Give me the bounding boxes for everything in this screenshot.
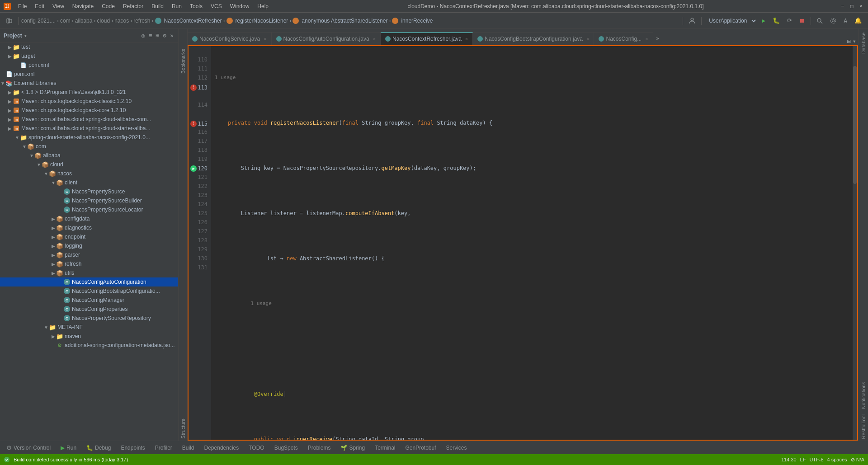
sidebar-expand-icon[interactable]: ⊞: [155, 31, 160, 40]
notifications-label[interactable]: Notifications: [860, 380, 867, 411]
tab-close-nacos-context-refresher[interactable]: ×: [465, 36, 468, 42]
tab-close-nacos-config-auto[interactable]: ×: [373, 36, 376, 42]
menu-run[interactable]: Run: [168, 2, 185, 10]
sidebar-dropdown-icon[interactable]: ▾: [24, 33, 27, 39]
tree-item-refresh[interactable]: ▶ 📦 refresh: [0, 259, 178, 268]
tree-item-utils[interactable]: ▶ 📦 utils: [0, 268, 178, 277]
minimize-button[interactable]: −: [839, 3, 846, 10]
bottom-tab-problems[interactable]: Problems: [303, 444, 335, 452]
bc-method3[interactable]: innerReceive: [401, 18, 433, 24]
bc-class[interactable]: NacosContextRefresher: [164, 18, 222, 24]
tree-item-pom-inner[interactable]: 📄 pom.xml: [0, 61, 178, 70]
structure-label[interactable]: Structure: [179, 417, 187, 441]
debug-button[interactable]: 🐛: [770, 16, 783, 25]
bc-nacos[interactable]: nacos: [114, 18, 129, 24]
tree-item-nacos-prop-src-loc[interactable]: C NacosPropertySourceLocator: [0, 205, 178, 214]
bc-refresh[interactable]: refresh: [133, 18, 150, 24]
status-position[interactable]: 114:30: [781, 457, 797, 463]
search-everywhere-button[interactable]: [814, 17, 826, 25]
bc-com[interactable]: com: [60, 18, 71, 24]
menu-file[interactable]: File: [14, 2, 30, 10]
run-config-selector[interactable]: UserApplication: [704, 16, 757, 25]
tab-nacos-context-refresher[interactable]: NacosContextRefresher.java ×: [381, 32, 473, 45]
menu-code[interactable]: Code: [98, 2, 118, 10]
tree-item-jdk[interactable]: ▶ 📁 < 1.8 > D:\Program Files\Java\jdk1.8…: [0, 88, 178, 97]
tree-item-nacos-config-props[interactable]: C NacosConfigProperties: [0, 305, 178, 314]
tree-item-logging[interactable]: ▶ 📦 logging: [0, 241, 178, 250]
bottom-tab-profiler[interactable]: Profiler: [151, 444, 177, 452]
tree-item-nacos-config-bootstrap[interactable]: C NacosConfigBootstrapConfiguratio...: [0, 287, 178, 296]
stop-button[interactable]: ⏹: [797, 16, 808, 25]
restfultool-label[interactable]: RestfulTool: [860, 413, 867, 441]
tree-item-com[interactable]: ▼ 📦 com: [0, 142, 178, 151]
bc-cloud[interactable]: cloud: [97, 18, 110, 24]
menu-tools[interactable]: Tools: [186, 2, 206, 10]
tree-item-alibaba-comm[interactable]: ▶ m Maven: com.alibaba.cloud:spring-clou…: [0, 115, 178, 124]
tree-item-nacos-config-manager[interactable]: C NacosConfigManager: [0, 296, 178, 305]
tab-nacos-config-overflow[interactable]: NacosConfig... ×: [594, 32, 653, 45]
sidebar-gear-icon[interactable]: ⚙: [162, 31, 167, 40]
bottom-tab-endpoints[interactable]: Endpoints: [116, 444, 149, 452]
translate-icon[interactable]: A: [841, 16, 850, 25]
tree-item-pom-root[interactable]: 📄 pom.xml: [0, 70, 178, 79]
menu-window[interactable]: Window: [226, 2, 253, 10]
tree-item-nacos-prop-src-repo[interactable]: C NacosPropertySourceRepository: [0, 314, 178, 323]
tab-close-nacos-config-bootstrap[interactable]: ×: [586, 36, 589, 42]
user-icon[interactable]: [686, 16, 698, 25]
sidebar-collapse-icon[interactable]: ≡: [148, 31, 153, 40]
tab-close-nacos-config-service[interactable]: ×: [264, 36, 266, 42]
code-content[interactable]: 110 111 112 ! 113 114 !: [189, 46, 857, 440]
tabs-overflow-btn[interactable]: »: [653, 32, 662, 45]
tree-item-client[interactable]: ▼ 📦 client: [0, 178, 178, 187]
menu-vcs[interactable]: VCS: [207, 2, 226, 10]
tree-item-cloud[interactable]: ▼ 📦 cloud: [0, 160, 178, 169]
database-label[interactable]: Database: [860, 31, 867, 56]
bc-method2[interactable]: anonymous AbstractSharedListener: [302, 18, 387, 24]
tree-item-diagnostics[interactable]: ▶ 📦 diagnostics: [0, 223, 178, 232]
menu-edit[interactable]: Edit: [31, 2, 48, 10]
tree-item-test[interactable]: ▶ 📁 test: [0, 42, 178, 52]
tab-split-icon[interactable]: ⊞: [847, 38, 850, 45]
tree-item-nacos-config-jar[interactable]: ▼ 📁 spring-cloud-starter-alibaba-nacos-c…: [0, 133, 178, 142]
maximize-button[interactable]: □: [848, 3, 855, 10]
bottom-tab-dependencies[interactable]: Dependencies: [200, 444, 244, 452]
coverage-button[interactable]: ⟳: [784, 16, 795, 25]
menu-view[interactable]: View: [49, 2, 68, 10]
bc-alibaba[interactable]: alibaba: [75, 18, 93, 24]
status-encoding[interactable]: UTF-8: [809, 457, 823, 463]
settings-button[interactable]: [827, 17, 839, 25]
bottom-tab-spring[interactable]: 🌱 Spring: [336, 444, 369, 452]
tab-nacos-config-bootstrap[interactable]: NacosConfigBootstrapConfiguration.java ×: [473, 32, 594, 45]
tree-item-ext-libs[interactable]: ▼ 📚 External Libraries: [0, 79, 178, 88]
tree-item-logback-classic[interactable]: ▶ m Maven: ch.qos.logback:logback-classi…: [0, 97, 178, 106]
bottom-tab-todo[interactable]: TODO: [244, 444, 269, 452]
project-view-toggle[interactable]: [4, 17, 15, 25]
menu-refactor[interactable]: Refactor: [119, 2, 147, 10]
scrollbar-thumb[interactable]: [853, 66, 857, 184]
tree-item-alibaba[interactable]: ▼ 📦 alibaba: [0, 151, 178, 160]
tree-item-logback-core[interactable]: ▶ m Maven: ch.qos.logback:logback-core:1…: [0, 106, 178, 115]
bottom-tab-genprotobuf[interactable]: GenProtobuf: [401, 444, 440, 452]
close-button[interactable]: ×: [857, 3, 864, 10]
tab-more-icon[interactable]: ▾: [853, 38, 856, 45]
bottom-tab-services[interactable]: Services: [442, 444, 472, 452]
tab-nacos-config-service[interactable]: NacosConfigService.java ×: [188, 32, 272, 45]
bottom-tab-run[interactable]: ▶ Run: [56, 444, 81, 452]
bottom-tab-bugspots[interactable]: BugSpots: [270, 444, 302, 452]
sidebar-close-icon[interactable]: ×: [169, 31, 175, 40]
bc-method1[interactable]: registerNacosListener: [236, 18, 288, 24]
tab-close-nacos-config-overflow[interactable]: ×: [645, 36, 648, 42]
bottom-tab-debug[interactable]: 🐛 Debug: [82, 444, 115, 452]
bottom-tab-version-control[interactable]: Version Control: [2, 444, 55, 452]
notifications-icon[interactable]: 🔔: [852, 16, 864, 25]
tree-item-nacos[interactable]: ▼ 📦 nacos: [0, 169, 178, 178]
tree-item-spring-config-meta[interactable]: ⚙ additional-spring-configuration-metada…: [0, 341, 178, 350]
status-indent[interactable]: 4 spaces: [827, 457, 847, 463]
tree-item-nacos-prop-src-builder[interactable]: C NacosPropertySourceBuilder: [0, 196, 178, 205]
sidebar-locate-icon[interactable]: ◎: [141, 31, 146, 40]
menu-navigate[interactable]: Navigate: [69, 2, 97, 10]
tree-item-target[interactable]: ▶ 📁 target: [0, 52, 178, 61]
tab-nacos-config-auto[interactable]: NacosConfigAutoConfiguration.java ×: [272, 32, 381, 45]
tree-item-alibaba-starter[interactable]: ▶ m Maven: com.alibaba.cloud:spring-clou…: [0, 124, 178, 133]
editor-scrollbar[interactable]: [853, 46, 857, 440]
